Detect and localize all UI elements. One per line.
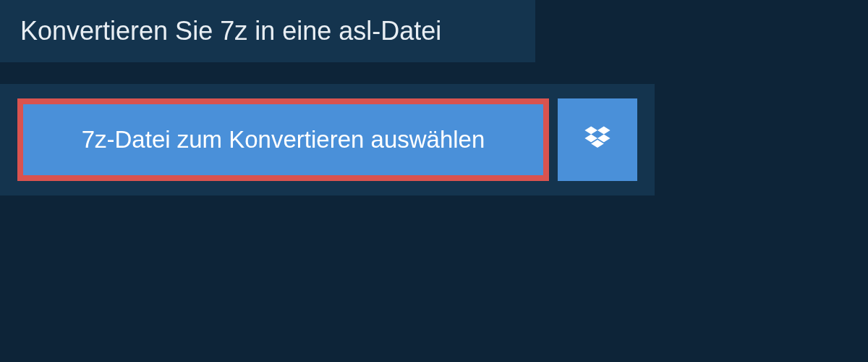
page-title: Konvertieren Sie 7z in eine asl-Datei [20, 16, 515, 46]
upload-section: 7z-Datei zum Konvertieren auswählen [0, 84, 655, 195]
dropbox-icon [582, 123, 613, 157]
select-file-button[interactable]: 7z-Datei zum Konvertieren auswählen [17, 98, 549, 181]
page-header: Konvertieren Sie 7z in eine asl-Datei [0, 0, 535, 62]
dropbox-button[interactable] [558, 98, 637, 181]
select-file-label: 7z-Datei zum Konvertieren auswählen [82, 126, 485, 153]
